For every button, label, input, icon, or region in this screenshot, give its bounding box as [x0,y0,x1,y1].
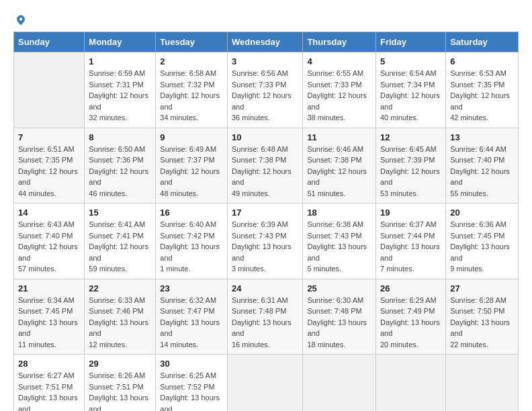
calendar-cell: 26Sunrise: 6:29 AMSunset: 7:49 PMDayligh… [375,279,445,355]
day-info: Sunrise: 6:50 AMSunset: 7:36 PMDaylight:… [89,144,151,199]
calendar-week-4: 21Sunrise: 6:34 AMSunset: 7:45 PMDayligh… [14,279,519,355]
calendar-cell: 3Sunrise: 6:56 AMSunset: 7:33 PMDaylight… [228,52,303,128]
calendar-cell: 1Sunrise: 6:59 AMSunset: 7:31 PMDaylight… [85,52,156,128]
day-number: 11 [307,132,371,142]
day-info: Sunrise: 6:59 AMSunset: 7:31 PMDaylight:… [89,68,151,124]
day-number: 12 [380,132,441,142]
calendar-cell: 27Sunrise: 6:28 AMSunset: 7:50 PMDayligh… [446,279,519,355]
day-info: Sunrise: 6:40 AMSunset: 7:42 PMDaylight:… [160,219,223,275]
day-info: Sunrise: 6:54 AMSunset: 7:34 PMDaylight:… [380,68,441,124]
calendar-cell: 25Sunrise: 6:30 AMSunset: 7:48 PMDayligh… [303,279,376,355]
calendar-cell: 23Sunrise: 6:32 AMSunset: 7:47 PMDayligh… [156,279,228,355]
day-number: 26 [380,283,441,293]
day-info: Sunrise: 6:27 AMSunset: 7:51 PMDaylight:… [18,370,80,411]
calendar-cell: 22Sunrise: 6:33 AMSunset: 7:46 PMDayligh… [85,279,156,355]
day-number: 1 [89,56,151,66]
day-info: Sunrise: 6:29 AMSunset: 7:49 PMDaylight:… [380,295,441,351]
day-number: 29 [89,359,151,369]
day-info: Sunrise: 6:34 AMSunset: 7:45 PMDaylight:… [18,295,80,351]
header-monday: Monday [85,32,156,52]
day-number: 21 [18,283,80,293]
calendar-cell [446,355,519,412]
calendar-cell: 2Sunrise: 6:58 AMSunset: 7:32 PMDaylight… [156,52,228,128]
header-tuesday: Tuesday [156,32,228,52]
day-info: Sunrise: 6:26 AMSunset: 7:51 PMDaylight:… [89,370,151,411]
calendar-cell [14,52,85,128]
day-number: 23 [160,283,223,293]
day-info: Sunrise: 6:55 AMSunset: 7:33 PMDaylight:… [307,68,371,124]
day-number: 14 [18,208,80,218]
calendar-cell: 20Sunrise: 6:36 AMSunset: 7:45 PMDayligh… [446,203,519,279]
day-info: Sunrise: 6:56 AMSunset: 7:33 PMDaylight:… [232,68,298,124]
calendar-cell [375,355,445,412]
day-number: 30 [160,359,223,369]
day-info: Sunrise: 6:33 AMSunset: 7:46 PMDaylight:… [89,295,151,351]
calendar-cell: 14Sunrise: 6:43 AMSunset: 7:40 PMDayligh… [14,203,85,279]
calendar-cell: 13Sunrise: 6:44 AMSunset: 7:40 PMDayligh… [446,128,519,203]
calendar-cell: 9Sunrise: 6:49 AMSunset: 7:37 PMDaylight… [156,128,228,203]
calendar-cell: 21Sunrise: 6:34 AMSunset: 7:45 PMDayligh… [14,279,85,355]
day-number: 15 [89,208,151,218]
calendar-week-2: 7Sunrise: 6:51 AMSunset: 7:35 PMDaylight… [14,128,519,203]
day-info: Sunrise: 6:36 AMSunset: 7:45 PMDaylight:… [450,219,514,275]
day-info: Sunrise: 6:32 AMSunset: 7:47 PMDaylight:… [160,295,223,351]
day-info: Sunrise: 6:37 AMSunset: 7:44 PMDaylight:… [380,219,441,275]
calendar-cell: 4Sunrise: 6:55 AMSunset: 7:33 PMDaylight… [303,52,376,128]
calendar-cell: 16Sunrise: 6:40 AMSunset: 7:42 PMDayligh… [156,203,228,279]
day-number: 5 [380,56,441,66]
day-number: 13 [450,132,514,142]
day-number: 24 [232,283,298,293]
day-number: 28 [18,359,80,369]
day-info: Sunrise: 6:30 AMSunset: 7:48 PMDaylight:… [307,295,371,351]
day-info: Sunrise: 6:38 AMSunset: 7:43 PMDaylight:… [307,219,371,275]
day-info: Sunrise: 6:41 AMSunset: 7:41 PMDaylight:… [89,219,151,275]
calendar-cell: 17Sunrise: 6:39 AMSunset: 7:43 PMDayligh… [228,203,303,279]
day-info: Sunrise: 6:39 AMSunset: 7:43 PMDaylight:… [232,219,298,275]
calendar-cell: 8Sunrise: 6:50 AMSunset: 7:36 PMDaylight… [85,128,156,203]
calendar-cell: 30Sunrise: 6:25 AMSunset: 7:52 PMDayligh… [156,355,228,412]
logo [13,13,27,26]
calendar-table: SundayMondayTuesdayWednesdayThursdayFrid… [13,32,519,411]
calendar-cell: 29Sunrise: 6:26 AMSunset: 7:51 PMDayligh… [85,355,156,412]
calendar-cell: 7Sunrise: 6:51 AMSunset: 7:35 PMDaylight… [14,128,85,203]
day-number: 25 [307,283,371,293]
calendar-cell: 10Sunrise: 6:48 AMSunset: 7:38 PMDayligh… [228,128,303,203]
logo-icon [15,14,27,26]
day-number: 17 [232,208,298,218]
calendar-cell [228,355,303,412]
day-info: Sunrise: 6:43 AMSunset: 7:40 PMDaylight:… [18,219,80,275]
day-info: Sunrise: 6:45 AMSunset: 7:39 PMDaylight:… [380,144,441,199]
day-number: 3 [232,56,298,66]
day-info: Sunrise: 6:46 AMSunset: 7:38 PMDaylight:… [307,144,371,199]
day-number: 6 [450,56,514,66]
calendar-week-1: 1Sunrise: 6:59 AMSunset: 7:31 PMDaylight… [14,52,519,128]
calendar-cell: 19Sunrise: 6:37 AMSunset: 7:44 PMDayligh… [375,203,445,279]
day-number: 10 [232,132,298,142]
calendar-cell: 11Sunrise: 6:46 AMSunset: 7:38 PMDayligh… [303,128,376,203]
day-info: Sunrise: 6:44 AMSunset: 7:40 PMDaylight:… [450,144,514,199]
day-info: Sunrise: 6:58 AMSunset: 7:32 PMDaylight:… [160,68,223,124]
calendar-cell: 5Sunrise: 6:54 AMSunset: 7:34 PMDaylight… [375,52,445,128]
calendar-cell: 15Sunrise: 6:41 AMSunset: 7:41 PMDayligh… [85,203,156,279]
day-number: 8 [89,132,151,142]
day-number: 9 [160,132,223,142]
header-friday: Friday [375,32,445,52]
day-info: Sunrise: 6:48 AMSunset: 7:38 PMDaylight:… [232,144,298,199]
day-number: 18 [307,208,371,218]
header-wednesday: Wednesday [228,32,303,52]
day-info: Sunrise: 6:25 AMSunset: 7:52 PMDaylight:… [160,370,223,411]
day-number: 7 [18,132,80,142]
day-number: 27 [450,283,514,293]
day-info: Sunrise: 6:28 AMSunset: 7:50 PMDaylight:… [450,295,514,351]
day-info: Sunrise: 6:31 AMSunset: 7:48 PMDaylight:… [232,295,298,351]
calendar-cell: 12Sunrise: 6:45 AMSunset: 7:39 PMDayligh… [375,128,445,203]
day-number: 19 [380,208,441,218]
day-number: 4 [307,56,371,66]
day-number: 20 [450,208,514,218]
day-number: 2 [160,56,223,66]
calendar-cell: 24Sunrise: 6:31 AMSunset: 7:48 PMDayligh… [228,279,303,355]
day-info: Sunrise: 6:53 AMSunset: 7:35 PMDaylight:… [450,68,514,124]
header-sunday: Sunday [14,32,85,52]
calendar-week-5: 28Sunrise: 6:27 AMSunset: 7:51 PMDayligh… [14,355,519,412]
day-info: Sunrise: 6:51 AMSunset: 7:35 PMDaylight:… [18,144,80,199]
